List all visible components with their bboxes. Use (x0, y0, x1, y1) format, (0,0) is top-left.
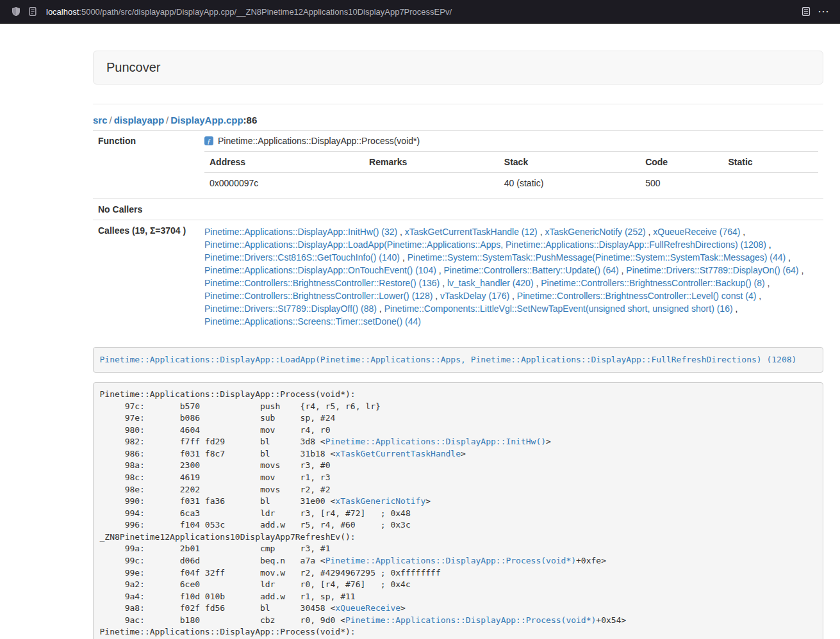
function-row: Function ƒ Pinetime::Applications::Displ… (93, 131, 823, 199)
callees-label: Callees (19, Σ=3704 ) (93, 220, 199, 334)
stats-header-code: Code (640, 152, 723, 173)
breadcrumb-link-src[interactable]: src (93, 115, 108, 125)
no-callers-row: No Callers (93, 199, 823, 220)
app-title: Puncover (106, 60, 161, 74)
stats-remarks (364, 173, 499, 194)
function-name-line: ƒ Pinetime::Applications::DisplayApp::Pr… (204, 136, 818, 151)
callee-link[interactable]: Pinetime::Components::LittleVgl::SetNewT… (384, 303, 733, 314)
function-details-table: Function ƒ Pinetime::Applications::Displ… (93, 130, 823, 333)
stats-header-static: Static (723, 152, 818, 173)
callees-row: Callees (19, Σ=3704 ) Pinetime::Applicat… (93, 220, 823, 334)
callee-link[interactable]: Pinetime::Drivers::St7789::DisplayOff() … (204, 303, 377, 314)
callee-link[interactable]: Pinetime::Applications::DisplayApp::Init… (204, 227, 397, 237)
selected-symbol-link[interactable]: Pinetime::Applications::DisplayApp::Load… (100, 355, 797, 364)
breadcrumb-separator: / (108, 115, 114, 125)
disassembly-symbol-link[interactable]: xTaskGenericNotify (335, 496, 425, 506)
stats-stack: 40 (static) (499, 173, 640, 194)
callee-link[interactable]: xTaskGetCurrentTaskHandle (12) (405, 227, 538, 237)
stats-header-remarks: Remarks (364, 152, 499, 173)
callee-link[interactable]: Pinetime::Drivers::St7789::DisplayOn() (… (626, 265, 798, 275)
stats-value-row: 0x0000097c 40 (static) 500 (204, 173, 818, 194)
stats-header-stack: Stack (499, 152, 640, 173)
stats-table: Address Remarks Stack Code Static 0x0000… (204, 151, 818, 193)
stats-header-row: Address Remarks Stack Code Static (204, 152, 818, 173)
disassembly-symbol-link[interactable]: Pinetime::Applications::DisplayApp::Init… (325, 437, 546, 446)
disassembly-block: Pinetime::Applications::DisplayApp::Proc… (93, 382, 823, 639)
callee-link[interactable]: Pinetime::Controllers::BrightnessControl… (204, 278, 440, 288)
breadcrumb-link-displayapp-cpp[interactable]: DisplayApp.cpp (170, 115, 243, 125)
disassembly-symbol-link[interactable]: xTaskGetCurrentTaskHandle (335, 449, 461, 458)
disassembly-symbol-link[interactable]: Pinetime::Applications::DisplayApp::Proc… (345, 615, 596, 625)
breadcrumb-link-displayapp[interactable]: displayapp (114, 115, 164, 125)
selected-symbol-panel: Pinetime::Applications::DisplayApp::Load… (93, 347, 823, 373)
callee-link[interactable]: Pinetime::Applications::Screens::Timer::… (204, 316, 421, 327)
disassembly-symbol-link[interactable]: xQueueReceive (335, 603, 400, 613)
url-host: localhost (46, 7, 79, 17)
function-type-icon: ƒ (204, 136, 213, 145)
disassembly-code: Pinetime::Applications::DisplayApp::Proc… (100, 389, 627, 639)
no-callers-label: No Callers (93, 199, 199, 220)
callee-link[interactable]: Pinetime::Applications::DisplayApp::OnTo… (204, 265, 436, 275)
url-bar[interactable]: localhost:5000/path/src/displayapp/Displ… (46, 7, 793, 17)
callee-link[interactable]: Pinetime::Applications::DisplayApp::Load… (204, 239, 766, 250)
reader-view-icon[interactable] (798, 3, 814, 20)
stats-header-address: Address (204, 152, 364, 173)
breadcrumb-line-number: :86 (243, 115, 258, 125)
app-title-banner: Puncover (93, 51, 823, 85)
breadcrumb-separator: / (164, 115, 170, 125)
callee-link[interactable]: xQueueReceive (764) (653, 227, 740, 237)
breadcrumb: src/displayapp/DisplayApp.cpp:86 (93, 115, 823, 125)
callee-link[interactable]: Pinetime::Controllers::BrightnessControl… (517, 291, 756, 301)
url-path: :5000/path/src/displayapp/DisplayApp.cpp… (79, 7, 452, 17)
callee-link[interactable]: lv_task_handler (420) (447, 278, 534, 288)
function-row-label: Function (93, 131, 199, 199)
function-name: Pinetime::Applications::DisplayApp::Proc… (218, 136, 420, 146)
disassembly-symbol-link[interactable]: Pinetime::Applications::DisplayApp::Proc… (325, 556, 576, 565)
main-content: Puncover src/displayapp/DisplayApp.cpp:8… (93, 51, 823, 639)
function-detail-cell: ƒ Pinetime::Applications::DisplayApp::Pr… (199, 131, 823, 199)
tracking-protection-shield-icon[interactable] (8, 3, 24, 20)
callee-link[interactable]: xTaskGenericNotify (252) (545, 227, 645, 237)
stats-code: 500 (640, 173, 723, 194)
stats-address: 0x0000097c (204, 173, 364, 194)
callee-link[interactable]: Pinetime::System::SystemTask::PushMessag… (408, 252, 786, 263)
callee-link[interactable]: Pinetime::Controllers::BrightnessControl… (204, 291, 432, 301)
callees-list: Pinetime::Applications::DisplayApp::Init… (199, 220, 823, 334)
callee-link[interactable]: Pinetime::Controllers::Battery::Update()… (444, 265, 619, 275)
stats-static (723, 173, 818, 194)
callee-link[interactable]: vTaskDelay (176) (440, 291, 509, 301)
divider (93, 104, 823, 104)
callee-link[interactable]: Pinetime::Controllers::BrightnessControl… (541, 278, 764, 288)
no-callers-cell (199, 199, 823, 220)
callee-link[interactable]: Pinetime::Drivers::Cst816S::GetTouchInfo… (204, 252, 400, 263)
browser-toolbar: localhost:5000/path/src/displayapp/Displ… (0, 0, 840, 24)
more-options-icon[interactable]: ⋯ (814, 3, 832, 20)
site-info-icon[interactable] (24, 3, 41, 20)
